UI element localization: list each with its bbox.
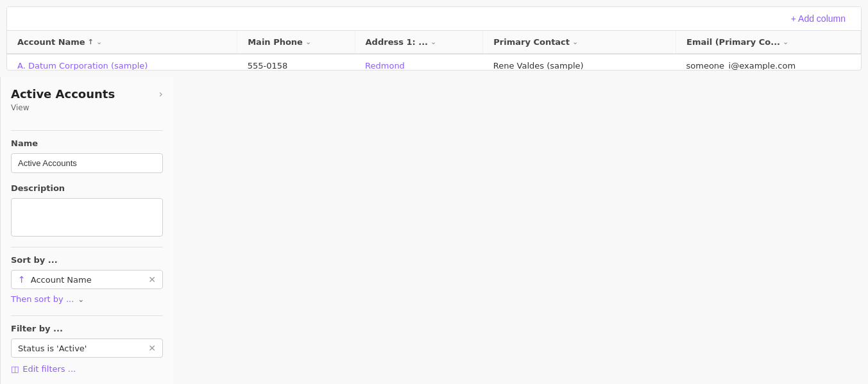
- sort-row-clear-button[interactable]: ✕: [148, 274, 156, 285]
- cell-address[interactable]: Redmond: [355, 54, 483, 70]
- description-textarea[interactable]: [11, 198, 163, 237]
- sort-up-icon: ↑: [18, 274, 26, 285]
- table-body: A. Datum Corporation (sample)555-0158Red…: [7, 54, 861, 70]
- edit-filters-label: Edit filters ...: [22, 364, 76, 374]
- add-column-bar: + Add column: [7, 7, 861, 31]
- col-label-email: Email (Primary Co...: [686, 37, 780, 47]
- then-sort-chevron-icon: ⌄: [78, 295, 84, 304]
- description-label: Description: [11, 183, 163, 193]
- cell-primary-contact: Rene Valdes (sample): [483, 54, 676, 70]
- filter-funnel-icon: ◫: [11, 364, 19, 374]
- name-label: Name: [11, 138, 163, 148]
- col-label-address: Address 1: ...: [366, 37, 429, 47]
- col-header-email[interactable]: Email (Primary Co... ⌄: [676, 31, 861, 54]
- cell-main-phone: 555-0158: [237, 54, 355, 70]
- col-label-primary-contact: Primary Contact: [493, 37, 570, 47]
- then-sort-label: Then sort by ...: [11, 294, 74, 304]
- col-dropdown-icon-main-phone[interactable]: ⌄: [305, 38, 311, 46]
- sort-by-label: Sort by ...: [11, 255, 163, 265]
- filter-by-label: Filter by ...: [11, 324, 163, 333]
- right-panel: Active Accounts › View Name Description …: [0, 77, 173, 384]
- col-dropdown-icon-email[interactable]: ⌄: [783, 38, 788, 46]
- name-input[interactable]: [11, 153, 163, 173]
- divider-2: [11, 247, 163, 247]
- col-header-address[interactable]: Address 1: ... ⌄: [355, 31, 483, 54]
- sort-asc-icon: ↑: [88, 38, 94, 46]
- col-dropdown-icon-primary-contact[interactable]: ⌄: [572, 38, 578, 46]
- table-wrapper: Account Name ↑ ⌄ Main Phone ⌄: [7, 31, 861, 70]
- divider-3: [11, 315, 163, 316]
- cell-account-name[interactable]: A. Datum Corporation (sample): [7, 54, 237, 70]
- filter-row-clear-button[interactable]: ✕: [148, 343, 156, 353]
- filter-row-value: Status is 'Active': [18, 344, 148, 353]
- col-label-main-phone: Main Phone: [248, 37, 303, 47]
- col-dropdown-icon-address[interactable]: ⌄: [430, 38, 436, 46]
- divider-1: [11, 130, 163, 131]
- main-table-area: + Add column Account Name ↑ ⌄: [6, 6, 862, 71]
- col-header-main-phone[interactable]: Main Phone ⌄: [237, 31, 355, 54]
- filter-row: Status is 'Active' ✕: [11, 338, 163, 358]
- sort-row: ↑ Account Name ✕: [11, 270, 163, 289]
- then-sort-row[interactable]: Then sort by ... ⌄: [11, 293, 163, 305]
- add-column-button[interactable]: + Add column: [786, 11, 851, 26]
- panel-chevron-icon[interactable]: ›: [159, 88, 163, 100]
- table-row: A. Datum Corporation (sample)555-0158Red…: [7, 54, 861, 70]
- col-header-primary-contact[interactable]: Primary Contact ⌄: [483, 31, 676, 54]
- col-dropdown-icon-account-name[interactable]: ⌄: [96, 38, 102, 46]
- edit-filters-row[interactable]: ◫ Edit filters ...: [11, 364, 163, 374]
- sort-row-field: Account Name: [31, 275, 149, 285]
- col-header-account-name[interactable]: Account Name ↑ ⌄: [7, 31, 237, 54]
- panel-subtitle: View: [11, 103, 163, 112]
- panel-title: Active Accounts: [11, 87, 115, 101]
- col-label-account-name: Account Name: [17, 37, 85, 47]
- panel-header: Active Accounts ›: [11, 87, 163, 101]
- cell-email: someone_i@example.com: [676, 54, 861, 70]
- accounts-table: Account Name ↑ ⌄ Main Phone ⌄: [7, 31, 861, 70]
- table-header: Account Name ↑ ⌄ Main Phone ⌄: [7, 31, 861, 54]
